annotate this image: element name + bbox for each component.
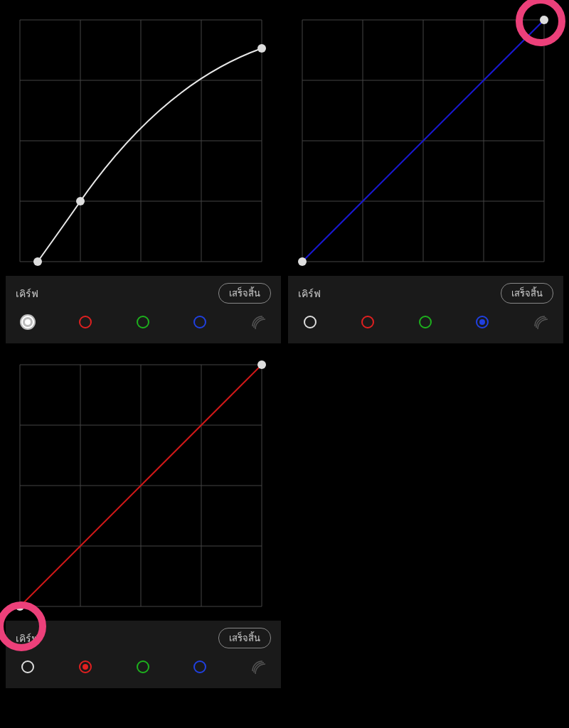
curve-point[interactable] (298, 257, 307, 266)
curve-controls: เคิร์ฟ เสร็จสิ้น (6, 621, 281, 688)
done-button[interactable]: เสร็จสิ้น (218, 283, 271, 304)
panel-label: เคิร์ฟ (16, 286, 38, 301)
target-adjust-icon[interactable] (532, 314, 549, 331)
curve-point[interactable] (33, 257, 42, 266)
panel-label: เคิร์ฟ (16, 631, 38, 646)
channel-white[interactable] (20, 659, 36, 675)
curve-point[interactable] (540, 16, 548, 24)
channel-green[interactable] (418, 314, 433, 330)
curve-editor[interactable] (288, 6, 558, 276)
curve-panel-blue: เคิร์ฟ เสร็จสิ้น (288, 6, 563, 343)
panel-label: เคิร์ฟ (298, 286, 321, 301)
curve-point[interactable] (257, 44, 266, 53)
curve-panel-white: เคิร์ฟ เสร็จสิ้น (6, 6, 281, 343)
channel-white[interactable] (20, 314, 36, 330)
curve-point[interactable] (76, 197, 85, 205)
channel-white[interactable] (302, 314, 318, 330)
channel-green[interactable] (135, 314, 151, 330)
curve-panel-red: เคิร์ฟ เสร็จสิ้น (6, 350, 281, 688)
curve-controls: เคิร์ฟ เสร็จสิ้น (6, 276, 281, 343)
channel-red[interactable] (360, 314, 376, 330)
curve-point[interactable] (257, 360, 266, 369)
channel-green[interactable] (135, 659, 151, 675)
curve-point[interactable] (16, 602, 24, 611)
channel-blue[interactable] (474, 314, 490, 330)
done-button[interactable]: เสร็จสิ้น (218, 628, 271, 648)
target-adjust-icon[interactable] (250, 314, 267, 331)
curve-editor[interactable] (6, 350, 276, 621)
curve-controls: เคิร์ฟ เสร็จสิ้น (288, 276, 563, 343)
channel-blue[interactable] (192, 314, 208, 330)
channel-blue[interactable] (192, 659, 208, 675)
done-button[interactable]: เสร็จสิ้น (501, 283, 553, 304)
channel-red[interactable] (78, 314, 93, 330)
curve-editor[interactable] (6, 6, 276, 276)
target-adjust-icon[interactable] (250, 658, 267, 675)
channel-red[interactable] (78, 659, 93, 675)
